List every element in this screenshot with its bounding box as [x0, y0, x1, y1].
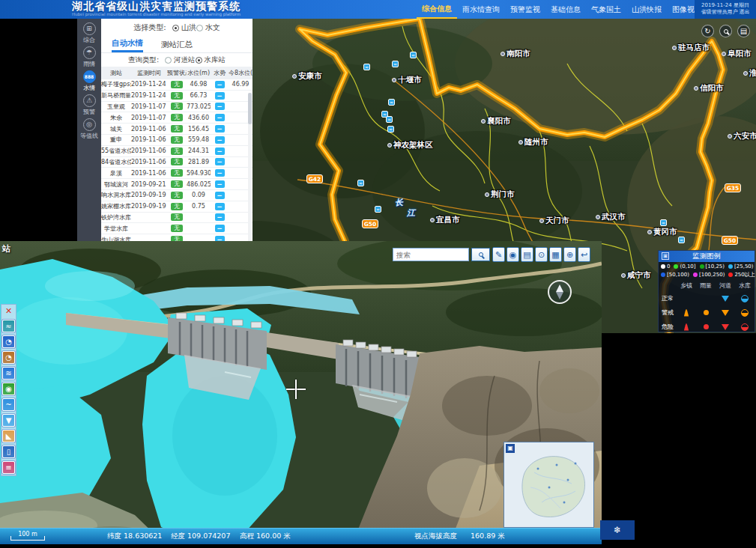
layer-list-button[interactable]: ▤: [521, 247, 533, 262]
tool-wavegrid[interactable]: ≋: [2, 367, 15, 380]
nav-item-1[interactable]: 综合信息: [417, 0, 457, 19]
table-row[interactable]: 姚家棚水库(…2019-09-19 06无0.75−: [101, 201, 252, 212]
reset-view-button[interactable]: ↻: [701, 25, 714, 37]
query-filter-radio[interactable]: [165, 57, 172, 64]
city-label: 淮南: [743, 68, 756, 79]
table-row[interactable]: 鄂城滚河2019-09-21 05无486.025−: [101, 178, 252, 189]
type-filter-radio[interactable]: [196, 25, 203, 31]
tool-whirlpool[interactable]: ◔: [2, 335, 15, 348]
sidebar-item-3[interactable]: 888水情: [77, 70, 101, 94]
water-station-marker[interactable]: ≈: [387, 126, 394, 133]
water-station-marker[interactable]: ≈: [375, 206, 381, 213]
water-station-marker[interactable]: ≈: [678, 237, 685, 243]
nav-item-6[interactable]: 山洪快报: [626, 0, 667, 19]
water-station-marker[interactable]: ≈: [388, 99, 395, 106]
table-row[interactable]: 朱余2019-11-07 03无436.60−: [101, 112, 252, 123]
water-station-marker[interactable]: ≈: [410, 52, 417, 58]
monitor-time: 2019-11-06 21: [131, 136, 167, 143]
rain-level-dot: [661, 264, 665, 269]
table-row[interactable]: 新马桥雨量…2019-11-24 07无66.73−: [101, 90, 252, 101]
date-user-box[interactable]: 2019-11-24 星期日 省级管理员用户 退出: [695, 0, 756, 19]
scrollbar-thumb[interactable]: [248, 93, 252, 124]
city-label: 驻马店市: [672, 43, 710, 53]
tool-sediment[interactable]: ◔: [2, 351, 15, 364]
compass[interactable]: [548, 280, 572, 304]
water-station-marker[interactable]: ≈: [392, 61, 399, 67]
tool-splash[interactable]: ~: [2, 398, 15, 411]
tool-waves[interactable]: ≈: [2, 320, 15, 332]
rain-icon: ☂: [83, 46, 96, 59]
type-filter-label: 水文: [205, 22, 220, 33]
tab-1[interactable]: 自动水情: [112, 37, 143, 52]
tool-inundation[interactable]: ▼: [2, 414, 15, 427]
nav-item-5[interactable]: 气象国土: [586, 0, 626, 19]
query-filter-radio[interactable]: [196, 57, 202, 64]
status-badge: 无: [171, 103, 183, 110]
station-name: 泉溪: [101, 169, 131, 177]
monitor-time: 2019-09-19 06: [131, 203, 167, 210]
viewer-3d[interactable]: 站 ✎◉▤⊙▦⊕↩ ✕ ≈◔◔≋◉~▼◣▯≡ ▣: [0, 241, 602, 544]
table-row[interactable]: 响水洞水库(…2019-09-19 08无0.09−: [101, 189, 252, 201]
minimap-toggle-icon[interactable]: ▣: [506, 444, 515, 453]
layers-button[interactable]: ▤: [737, 25, 750, 37]
table-row[interactable]: 84省道水位…2019-11-06 17无281.89−: [101, 156, 252, 168]
snowflake-widget[interactable]: ❄: [600, 520, 635, 540]
table-row[interactable]: 梅子垭gps台…2019-11-24 09无46.98−46.99: [101, 79, 252, 90]
water-station-marker[interactable]: ≈: [386, 116, 393, 123]
warn-status-cell: 无: [167, 180, 187, 188]
trend-cell: −: [211, 147, 229, 155]
globe-button[interactable]: ⊕: [563, 247, 576, 262]
query-filter-option-2[interactable]: 水库站: [196, 55, 226, 65]
legend-title[interactable]: ▣ 监测图例: [659, 251, 755, 262]
snapshot-button[interactable]: ▦: [549, 247, 562, 262]
tool-terrain[interactable]: ◣: [2, 430, 15, 442]
close-icon[interactable]: ✕: [5, 306, 12, 317]
query-filter-option-1[interactable]: 河道站: [165, 55, 196, 65]
city-name: 阜阳市: [728, 49, 752, 59]
table-row[interactable]: 泉溪2019-11-06 05无594.930−: [101, 167, 252, 178]
sidebar-item-1[interactable]: ⊞综合: [77, 22, 101, 46]
search-button[interactable]: [471, 248, 490, 261]
sidebar-item-5[interactable]: ◎等值线: [77, 118, 101, 142]
tab-2[interactable]: 测站汇总: [161, 37, 193, 52]
overview-minimap[interactable]: ▣: [504, 442, 594, 528]
tool-gate[interactable]: ▯: [2, 445, 15, 458]
tool-report[interactable]: ≡: [2, 461, 15, 474]
draw-tool-button[interactable]: ✎: [492, 247, 505, 262]
water-level: 559.48: [187, 136, 211, 143]
water-station-marker[interactable]: ≈: [357, 180, 364, 186]
table-row[interactable]: 55省道水位…2019-11-06 20无244.31−: [101, 145, 252, 156]
legend-panel: ▣ 监测图例 0(0,10][10,25)[25,50)[50,100)[100…: [658, 250, 755, 332]
rain-legend-item: [50,100): [661, 272, 689, 278]
type-filter-radio[interactable]: [172, 25, 179, 31]
map-search-button[interactable]: [719, 25, 732, 37]
type-filter-option-1[interactable]: 山洪: [172, 22, 196, 33]
query-filter-label: 查询类型:: [128, 55, 159, 65]
table-row[interactable]: 城关2019-11-06 22无156.45−: [101, 123, 252, 134]
water-station-marker[interactable]: ≈: [660, 219, 667, 226]
sidebar-item-label: 雨情: [83, 60, 95, 68]
camera-button[interactable]: ◉: [506, 247, 519, 262]
station-name: 玉皇观: [101, 103, 131, 111]
nav-item-2[interactable]: 雨水情查询: [457, 0, 505, 19]
search-input[interactable]: [393, 248, 469, 261]
nav-item-4[interactable]: 基础信息: [545, 0, 586, 19]
nav-item-3[interactable]: 预警监视: [505, 0, 545, 19]
table-row[interactable]: 牛山湖水库无−: [101, 234, 252, 241]
table-scrollbar[interactable]: [248, 93, 252, 241]
app-subtitle: Hubei provincial mountain torrent disast…: [72, 12, 259, 16]
city-label: 安康市: [292, 71, 322, 82]
trend-cell: −: [211, 203, 229, 210]
back-button[interactable]: ↩: [578, 247, 590, 262]
type-filter-option-2[interactable]: 水文: [196, 22, 220, 33]
sidebar-item-4[interactable]: ⚠预警: [77, 94, 101, 118]
view-mode-button[interactable]: ⊙: [535, 247, 548, 262]
table-row[interactable]: 学堂水库无−: [101, 222, 252, 234]
table-row[interactable]: 重申2019-11-06 21无559.48−: [101, 134, 252, 145]
table-row[interactable]: 铁炉湾水库无−: [101, 212, 252, 223]
table-row[interactable]: 玉皇观2019-11-07 08无773.025−: [101, 101, 252, 112]
city-name: 驻马店市: [678, 43, 710, 53]
water-station-marker[interactable]: ≈: [363, 64, 370, 70]
sidebar-item-2[interactable]: ☂雨情: [77, 46, 101, 70]
tool-typhoon[interactable]: ◉: [2, 383, 15, 395]
